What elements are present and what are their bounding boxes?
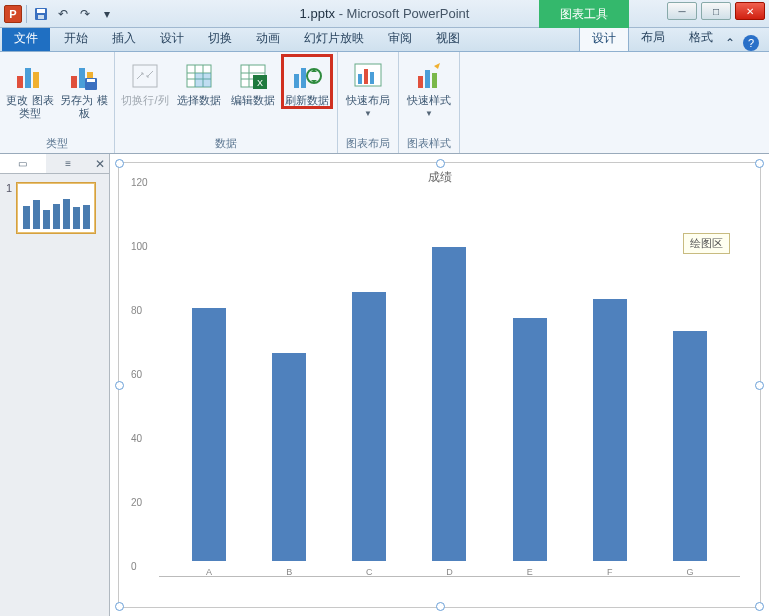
bar-column[interactable]: A: [169, 193, 249, 577]
slide-thumbnail[interactable]: [16, 182, 96, 234]
tab-home[interactable]: 开始: [52, 26, 100, 51]
dropdown-icon: ▼: [425, 109, 433, 118]
tab-outline[interactable]: ≡: [46, 154, 92, 173]
svg-text:X: X: [257, 78, 263, 88]
plot-area[interactable]: 020406080100120 ABCDEFG: [159, 193, 740, 577]
quick-layout-button[interactable]: 快速布局 ▼: [344, 56, 392, 118]
bar-column[interactable]: E: [490, 193, 570, 577]
redo-button[interactable]: ↷: [75, 4, 95, 24]
tab-animations[interactable]: 动画: [244, 26, 292, 51]
tab-review[interactable]: 审阅: [376, 26, 424, 51]
switch-rc-label: 切换行/列: [121, 94, 168, 107]
resize-handle[interactable]: [436, 159, 445, 168]
tab-chart-design[interactable]: 设计: [579, 25, 629, 51]
bar[interactable]: [432, 247, 466, 561]
bar[interactable]: [272, 353, 306, 561]
close-button[interactable]: ✕: [735, 2, 765, 20]
ribbon-minimize-icon[interactable]: ⌃: [725, 36, 735, 50]
window-controls: ─ □ ✕: [667, 2, 765, 20]
select-data-button[interactable]: 选择数据: [175, 56, 223, 107]
svg-rect-29: [364, 69, 368, 84]
y-tick-label: 80: [131, 305, 142, 316]
group-style-label: 图表样式: [405, 134, 453, 151]
ribbon-group-chart-style: 快速样式 ▼ 图表样式: [399, 52, 460, 153]
change-chart-type-button[interactable]: 更改 图表类型: [6, 56, 54, 120]
minimize-button[interactable]: ─: [667, 2, 697, 20]
tab-chart-layout[interactable]: 布局: [629, 25, 677, 51]
svg-rect-11: [133, 65, 157, 87]
resize-handle[interactable]: [755, 381, 764, 390]
tab-file[interactable]: 文件: [2, 26, 50, 51]
resize-handle[interactable]: [436, 602, 445, 611]
quick-layout-label: 快速布局: [346, 94, 390, 107]
tab-transitions[interactable]: 切换: [196, 26, 244, 51]
tab-slideshow[interactable]: 幻灯片放映: [292, 26, 376, 51]
refresh-data-button[interactable]: 刷新数据: [283, 56, 331, 107]
bar-column[interactable]: F: [570, 193, 650, 577]
tab-chart-format[interactable]: 格式: [677, 25, 725, 51]
switch-row-column-button: 切换行/列: [121, 56, 169, 107]
resize-handle[interactable]: [115, 602, 124, 611]
svg-rect-32: [425, 70, 430, 88]
bar[interactable]: [513, 318, 547, 561]
select-data-icon: [183, 60, 215, 92]
powerpoint-app-icon: P: [4, 5, 22, 23]
resize-handle[interactable]: [115, 381, 124, 390]
resize-handle[interactable]: [115, 159, 124, 168]
quick-style-button[interactable]: 快速样式 ▼: [405, 56, 453, 118]
bar[interactable]: [673, 331, 707, 561]
tab-slides-thumbnails[interactable]: ▭: [0, 154, 46, 173]
qat-dropdown-icon[interactable]: ▾: [97, 4, 117, 24]
bar[interactable]: [352, 292, 386, 561]
bar-column[interactable]: D: [409, 193, 489, 577]
y-tick-label: 60: [131, 369, 142, 380]
y-tick-label: 100: [131, 241, 148, 252]
save-as-template-label: 另存为 模板: [60, 94, 108, 120]
tab-design[interactable]: 设计: [148, 26, 196, 51]
ribbon: 更改 图表类型 另存为 模板 类型 切换行/列 选择数据 X 编辑数据: [0, 52, 769, 154]
tab-insert[interactable]: 插入: [100, 26, 148, 51]
undo-button[interactable]: ↶: [53, 4, 73, 24]
svg-rect-6: [71, 76, 77, 88]
slide-editor[interactable]: 成绩 绘图区 020406080100120 ABCDEFG: [110, 154, 769, 616]
svg-rect-5: [33, 72, 39, 88]
quick-access-toolbar: P ↶ ↷ ▾: [0, 4, 117, 24]
bar[interactable]: [593, 299, 627, 561]
panel-close-icon[interactable]: ✕: [91, 154, 109, 173]
bar-column[interactable]: C: [329, 193, 409, 577]
slide-thumbnail-panel: ▭ ≡ ✕ 1: [0, 154, 110, 616]
resize-handle[interactable]: [755, 159, 764, 168]
group-type-label: 类型: [6, 134, 108, 151]
bar[interactable]: [192, 308, 226, 561]
chart-title[interactable]: 成绩: [119, 169, 760, 186]
edit-data-button[interactable]: X 编辑数据: [229, 56, 277, 107]
quick-style-icon: [413, 60, 445, 92]
bar-chart-icon: [14, 60, 46, 92]
bar-column[interactable]: B: [249, 193, 329, 577]
bar-column[interactable]: G: [650, 193, 730, 577]
template-chart-icon: [68, 60, 100, 92]
workspace: ▭ ≡ ✕ 1 成绩 绘图区 02040: [0, 154, 769, 616]
svg-rect-7: [79, 68, 85, 88]
save-button[interactable]: [31, 4, 51, 24]
chart-object[interactable]: 成绩 绘图区 020406080100120 ABCDEFG: [118, 162, 761, 608]
chart-tools-context-label: 图表工具: [539, 0, 629, 28]
change-chart-type-label: 更改 图表类型: [6, 94, 54, 120]
save-as-template-button[interactable]: 另存为 模板: [60, 56, 108, 120]
refresh-data-icon: [291, 60, 323, 92]
x-axis-line: [159, 576, 740, 577]
title-bar: P ↶ ↷ ▾ 1.pptx - Microsoft PowerPoint 图表…: [0, 0, 769, 28]
svg-rect-30: [370, 72, 374, 84]
slide-panel-tabs: ▭ ≡ ✕: [0, 154, 109, 174]
resize-handle[interactable]: [755, 602, 764, 611]
svg-rect-28: [358, 74, 362, 84]
ribbon-group-type: 更改 图表类型 另存为 模板 类型: [0, 52, 115, 153]
help-icon[interactable]: ?: [743, 35, 759, 51]
tab-view[interactable]: 视图: [424, 26, 472, 51]
quick-layout-icon: [352, 60, 384, 92]
edit-data-icon: X: [237, 60, 269, 92]
maximize-button[interactable]: □: [701, 2, 731, 20]
svg-rect-24: [294, 74, 299, 88]
slide-thumbnail-entry[interactable]: 1: [0, 174, 109, 242]
y-tick-label: 40: [131, 433, 142, 444]
